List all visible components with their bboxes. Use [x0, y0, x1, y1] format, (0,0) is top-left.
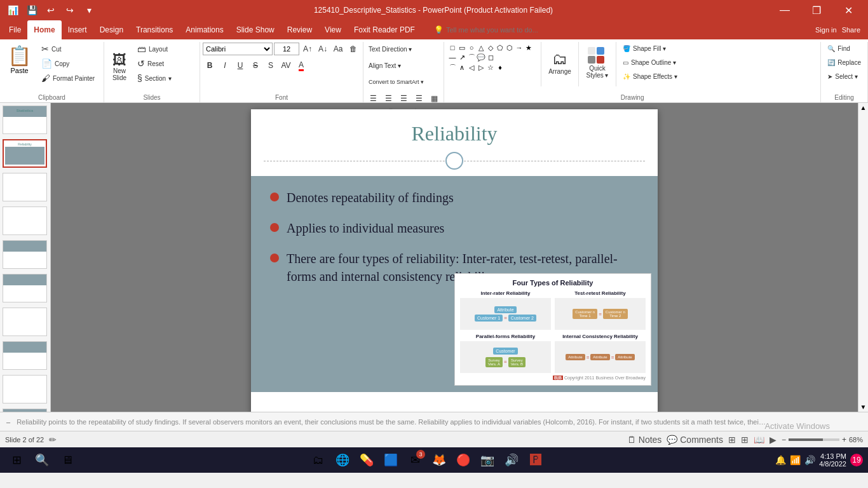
menu-slideshow[interactable]: Slide Show — [230, 20, 281, 39]
taskbar-notification-icon[interactable]: 🔔 — [775, 455, 786, 465]
shape-extra5[interactable]: ☆ — [486, 63, 495, 72]
comments-button[interactable]: 💬 Comments — [667, 435, 723, 445]
notes-edit-icon[interactable]: ✏ — [49, 435, 57, 445]
customize-qat-button[interactable]: ▾ — [81, 3, 97, 18]
shape-extra6[interactable]: ♦ — [496, 63, 505, 72]
shape-outline-button[interactable]: ▭ Shape Outline ▾ — [619, 56, 681, 69]
scroll-down-button[interactable]: ▼ — [860, 403, 867, 410]
reset-button[interactable]: ↺ Reset — [133, 57, 197, 71]
decrease-font-button[interactable]: A↓ — [316, 42, 330, 56]
save-button[interactable]: 💾 — [24, 3, 39, 18]
normal-view-button[interactable]: ⊞ — [728, 435, 736, 445]
slide-thumb-2[interactable]: Reliability — [3, 139, 47, 168]
select-button[interactable]: ➤ Select ▾ — [824, 70, 862, 83]
shape-extra4[interactable]: ▷ — [477, 63, 485, 72]
justify-button[interactable]: ☰ — [412, 92, 426, 105]
notes-button[interactable]: 🗒 Notes — [627, 435, 661, 445]
align-right-button[interactable]: ☰ — [397, 92, 410, 105]
bold-button[interactable]: B — [203, 58, 217, 72]
align-text-button[interactable]: Align Text ▾ — [366, 58, 403, 72]
menu-transitions[interactable]: Transitions — [130, 20, 179, 39]
search-button[interactable]: 🔍 — [31, 449, 53, 471]
right-scrollbar[interactable]: ▲ ▼ — [858, 103, 868, 412]
taskbar-clock[interactable]: 4:13 PM 4/8/2022 — [819, 452, 846, 468]
reading-view-button[interactable]: 📖 — [754, 435, 764, 445]
task-view-button[interactable]: 🖥 — [56, 449, 79, 471]
section-button[interactable]: § Section ▾ — [133, 71, 197, 85]
text-direction-button[interactable]: Text Direction ▾ — [366, 42, 414, 56]
shadow-button[interactable]: S — [264, 58, 278, 72]
italic-button[interactable]: I — [218, 58, 232, 72]
find-button[interactable]: 🔍 Find — [824, 42, 853, 55]
shape-fill-button[interactable]: 🪣 Shape Fill ▾ — [619, 42, 681, 55]
zoom-slider[interactable] — [789, 438, 839, 441]
taskbar-audio[interactable]: 🔊 — [500, 449, 523, 471]
slide-thumb-1[interactable]: Statistics — [3, 105, 47, 134]
taskbar-firefox[interactable]: 🦊 — [428, 449, 451, 471]
menu-view[interactable]: View — [318, 20, 348, 39]
shape-effects-button[interactable]: ✨ Shape Effects ▾ — [619, 70, 681, 83]
font-color-button[interactable]: A — [294, 58, 308, 72]
quick-styles-button[interactable]: Quick Styles ▾ — [581, 42, 613, 83]
taskbar-app2[interactable]: 🟦 — [379, 449, 402, 471]
character-spacing-button[interactable]: AV — [279, 58, 293, 72]
taskbar-mail[interactable]: ✉ 3 — [403, 449, 426, 471]
slide-thumb-3[interactable] — [3, 173, 47, 201]
slide-thumb-4[interactable] — [3, 207, 47, 235]
slide-sorter-button[interactable]: ⊞ — [741, 435, 749, 445]
layout-button[interactable]: 🗃 Layout — [133, 42, 197, 56]
share-button[interactable]: Share — [842, 26, 860, 34]
sign-in-button[interactable]: Sign in — [815, 26, 837, 34]
taskbar-ppt[interactable]: 🅿 — [524, 449, 547, 471]
slide-thumb-8[interactable] — [3, 341, 47, 370]
slide-thumb-9[interactable] — [3, 375, 47, 403]
shape-extra1[interactable]: ⌒ — [448, 63, 457, 72]
format-painter-button[interactable]: 🖌 Format Painter — [37, 71, 101, 85]
change-case-button[interactable]: Aa — [331, 42, 345, 56]
canvas-area[interactable]: Reliability Denotes repeatability of fin… — [51, 103, 858, 412]
restore-button[interactable]: ❐ — [802, 0, 831, 20]
shape-diamond[interactable]: ◇ — [486, 43, 495, 52]
columns-button[interactable]: ▦ — [427, 92, 441, 105]
align-left-button[interactable]: ☰ — [366, 92, 380, 105]
shape-line[interactable]: — — [448, 53, 457, 62]
shape-star[interactable]: ★ — [524, 43, 533, 52]
shape-pentagon[interactable]: ⬠ — [496, 43, 505, 52]
slide-thumb-10[interactable] — [3, 409, 47, 412]
slideshow-button[interactable]: ▶ — [770, 435, 776, 445]
paste-button[interactable]: 📋 Paste — [3, 42, 36, 93]
shape-callout[interactable]: 💬 — [477, 53, 485, 62]
taskbar-file-explorer[interactable]: 🗂 — [307, 449, 330, 471]
menu-file[interactable]: File — [3, 20, 27, 39]
taskbar-network-icon[interactable]: 📶 — [790, 455, 801, 465]
taskbar-volume-icon[interactable]: 🔊 — [804, 455, 815, 465]
shape-hex[interactable]: ⬡ — [505, 43, 514, 52]
shape-extra2[interactable]: ∧ — [458, 63, 466, 72]
strikethrough-button[interactable]: S — [248, 58, 262, 72]
taskbar-app3[interactable]: 🔴 — [452, 449, 475, 471]
menu-foxit[interactable]: Foxit Reader PDF — [348, 20, 421, 39]
taskbar-app1[interactable]: 💊 — [355, 449, 378, 471]
shape-rect[interactable]: □ — [448, 43, 457, 52]
close-button[interactable]: ✕ — [834, 0, 863, 20]
replace-button[interactable]: 🔄 Replace — [824, 56, 865, 69]
slide-thumb-5[interactable] — [3, 240, 47, 269]
scroll-up-button[interactable]: ▲ — [860, 104, 867, 111]
minimize-button[interactable]: — — [770, 0, 799, 20]
menu-animations[interactable]: Animations — [179, 20, 229, 39]
convert-smartart-button[interactable]: Convert to SmartArt ▾ — [366, 75, 426, 89]
main-slide[interactable]: Reliability Denotes repeatability of fin… — [251, 109, 658, 412]
shape-freeform[interactable]: ⌒ — [467, 53, 476, 62]
copy-button[interactable]: 📄 Copy — [37, 57, 101, 71]
taskbar-camera[interactable]: 📷 — [476, 449, 499, 471]
align-center-button[interactable]: ☰ — [381, 92, 395, 105]
menu-review[interactable]: Review — [281, 20, 318, 39]
clear-format-button[interactable]: 🗑 — [346, 42, 360, 56]
shape-flowchart[interactable]: ◻ — [486, 53, 495, 62]
shape-connector[interactable]: ↗ — [458, 53, 466, 62]
zoom-out-button[interactable]: − — [782, 435, 786, 444]
undo-button[interactable]: ↩ — [43, 3, 58, 18]
slide-thumb-7[interactable] — [3, 308, 47, 336]
new-slide-button[interactable]: 🖼 New Slide — [107, 42, 132, 93]
shape-arrow[interactable]: → — [515, 43, 524, 52]
